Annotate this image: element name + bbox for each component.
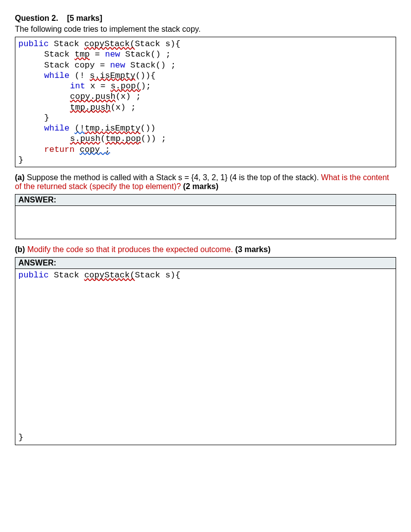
question-marks: [5 marks] (67, 14, 102, 22)
part-b-prompt: (b) Modify the code so that it produces … (15, 245, 396, 254)
question-number: Question 2. (15, 14, 58, 22)
code-listing: public Stack copyStack(Stack s){ Stack t… (15, 37, 396, 167)
answer-body-b[interactable]: public Stack copyStack(Stack s){} (15, 269, 396, 445)
part-a-prompt: (a) Suppose the method is called with a … (15, 173, 396, 191)
answer-box-b: ANSWER: public Stack copyStack(Stack s){… (15, 257, 396, 445)
answer-box-a: ANSWER: (15, 194, 396, 239)
question-title: Question 2. [5 marks] (15, 14, 396, 23)
question-intro: The following code tries to implement th… (15, 25, 396, 34)
answer-label: ANSWER: (15, 258, 396, 269)
answer-body-a[interactable] (15, 206, 396, 239)
answer-label: ANSWER: (15, 195, 396, 206)
